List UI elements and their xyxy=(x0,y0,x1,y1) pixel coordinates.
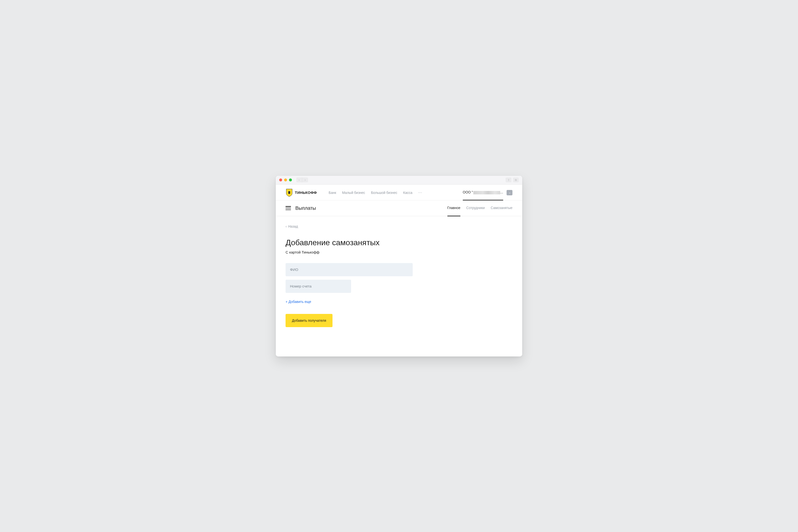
company-selector[interactable]: ООО "... ⌄ xyxy=(463,190,512,195)
tab-employees[interactable]: Сотрудники xyxy=(466,206,485,210)
fio-row xyxy=(286,263,512,276)
top-nav: Банк Малый бизнес Большой бизнес Касса ·… xyxy=(328,190,422,195)
page-title: Добавление самозанятых xyxy=(286,238,512,247)
share-icon[interactable]: ⇪ xyxy=(506,177,511,183)
hamburger-menu-icon[interactable] xyxy=(286,206,291,210)
nav-bank[interactable]: Банк xyxy=(328,191,336,195)
account-number-input[interactable] xyxy=(286,280,351,293)
logo[interactable]: ТИНЬКОФФ xyxy=(286,189,317,197)
chevron-left-icon: ‹ xyxy=(286,225,287,228)
company-suffix: ... xyxy=(500,190,503,194)
svg-rect-0 xyxy=(288,191,290,194)
section-title: Выплаты xyxy=(295,205,316,211)
close-window-button[interactable] xyxy=(279,178,282,182)
maximize-window-button[interactable] xyxy=(289,178,292,182)
nav-big-business[interactable]: Большой бизнес xyxy=(371,191,397,195)
site-header: ТИНЬКОФФ Банк Малый бизнес Большой бизне… xyxy=(276,185,522,201)
nav-kassa[interactable]: Касса xyxy=(403,191,413,195)
logo-text: ТИНЬКОФФ xyxy=(295,190,317,195)
chevron-down-icon: ⌄ xyxy=(509,191,511,194)
traffic-lights xyxy=(279,178,292,182)
forward-browser-button[interactable]: › xyxy=(302,177,308,183)
page-subtitle: С картой Тинькофф xyxy=(286,250,512,254)
tab-self-employed[interactable]: Самозанятые xyxy=(491,206,512,210)
titlebar-right-controls: ⇪ ⧉ xyxy=(506,177,519,183)
main-area: ‹ Назад Добавление самозанятых С картой … xyxy=(276,215,522,357)
logo-shield-icon xyxy=(286,189,293,197)
nav-small-business[interactable]: Малый бизнес xyxy=(342,191,365,195)
nav-more-icon[interactable]: ··· xyxy=(418,190,422,195)
back-label: Назад xyxy=(288,225,298,228)
tabs-icon[interactable]: ⧉ xyxy=(513,177,519,183)
add-more-link[interactable]: + Добавить еще xyxy=(286,300,311,304)
company-name-redacted xyxy=(473,191,500,194)
page-content: ТИНЬКОФФ Банк Малый бизнес Большой бизне… xyxy=(276,185,522,357)
sub-header: Выплаты Главное Сотрудники Самозанятые xyxy=(276,201,522,215)
sub-nav: Главное Сотрудники Самозанятые xyxy=(448,206,512,210)
add-recipient-button[interactable]: Добавить получателя xyxy=(286,314,332,327)
company-prefix: ООО " xyxy=(463,190,473,194)
window-titlebar: ‹ › ⇪ ⧉ xyxy=(276,176,522,185)
company-label: ООО "... xyxy=(463,190,503,195)
back-browser-button[interactable]: ‹ xyxy=(296,177,302,183)
company-dropdown-button[interactable]: ⌄ xyxy=(507,190,512,195)
fio-input[interactable] xyxy=(286,263,413,276)
tab-main[interactable]: Главное xyxy=(448,206,461,210)
minimize-window-button[interactable] xyxy=(284,178,287,182)
back-link[interactable]: ‹ Назад xyxy=(286,225,298,228)
browser-nav-arrows: ‹ › xyxy=(296,177,308,183)
browser-window: ‹ › ⇪ ⧉ ТИНЬКОФФ Банк Малый би xyxy=(276,176,522,357)
account-row xyxy=(286,280,512,293)
